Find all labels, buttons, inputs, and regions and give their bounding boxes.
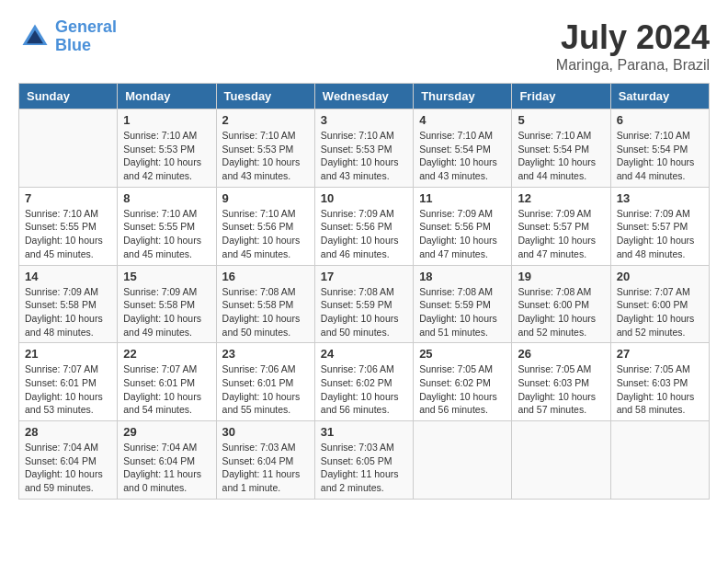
day-cell xyxy=(610,421,709,500)
day-info: Sunrise: 7:10 AM Sunset: 5:54 PM Dayligh… xyxy=(419,129,506,183)
day-cell: 3Sunrise: 7:10 AM Sunset: 5:53 PM Daylig… xyxy=(314,109,413,188)
day-info: Sunrise: 7:05 AM Sunset: 6:03 PM Dayligh… xyxy=(617,362,703,417)
day-cell: 8Sunrise: 7:10 AM Sunset: 5:55 PM Daylig… xyxy=(118,187,216,265)
logo: General Blue xyxy=(18,18,117,55)
day-cell: 22Sunrise: 7:07 AM Sunset: 6:01 PM Dayli… xyxy=(118,343,216,421)
day-number: 21 xyxy=(25,347,111,361)
header-row: SundayMondayTuesdayWednesdayThursdayFrid… xyxy=(19,84,710,109)
column-header-wednesday: Wednesday xyxy=(314,84,413,109)
column-header-thursday: Thursday xyxy=(414,84,512,109)
day-cell: 24Sunrise: 7:06 AM Sunset: 6:02 PM Dayli… xyxy=(314,343,413,421)
day-cell: 5Sunrise: 7:10 AM Sunset: 5:54 PM Daylig… xyxy=(512,109,610,188)
day-number: 24 xyxy=(321,347,407,361)
day-cell: 17Sunrise: 7:08 AM Sunset: 5:59 PM Dayli… xyxy=(314,265,413,343)
day-number: 3 xyxy=(321,113,407,127)
day-info: Sunrise: 7:09 AM Sunset: 5:58 PM Dayligh… xyxy=(123,285,210,339)
day-info: Sunrise: 7:05 AM Sunset: 6:03 PM Dayligh… xyxy=(518,362,604,417)
calendar-table: SundayMondayTuesdayWednesdayThursdayFrid… xyxy=(18,83,710,500)
day-cell: 31Sunrise: 7:03 AM Sunset: 6:05 PM Dayli… xyxy=(314,421,413,500)
column-header-sunday: Sunday xyxy=(19,84,118,109)
column-header-tuesday: Tuesday xyxy=(216,84,314,109)
day-cell: 29Sunrise: 7:04 AM Sunset: 6:04 PM Dayli… xyxy=(118,421,216,500)
day-cell: 7Sunrise: 7:10 AM Sunset: 5:55 PM Daylig… xyxy=(19,187,118,265)
week-row-3: 14Sunrise: 7:09 AM Sunset: 5:58 PM Dayli… xyxy=(19,265,710,343)
day-info: Sunrise: 7:08 AM Sunset: 6:00 PM Dayligh… xyxy=(518,285,604,339)
day-info: Sunrise: 7:07 AM Sunset: 6:01 PM Dayligh… xyxy=(25,362,111,417)
day-number: 22 xyxy=(123,347,210,361)
day-number: 28 xyxy=(25,425,111,439)
day-cell: 26Sunrise: 7:05 AM Sunset: 6:03 PM Dayli… xyxy=(512,343,610,421)
day-number: 25 xyxy=(419,347,506,361)
day-info: Sunrise: 7:07 AM Sunset: 6:01 PM Dayligh… xyxy=(123,362,210,417)
day-cell: 30Sunrise: 7:03 AM Sunset: 6:04 PM Dayli… xyxy=(216,421,314,500)
week-row-1: 1Sunrise: 7:10 AM Sunset: 5:53 PM Daylig… xyxy=(19,109,710,188)
day-cell: 2Sunrise: 7:10 AM Sunset: 5:53 PM Daylig… xyxy=(216,109,314,188)
day-cell: 28Sunrise: 7:04 AM Sunset: 6:04 PM Dayli… xyxy=(19,421,118,500)
day-info: Sunrise: 7:07 AM Sunset: 6:00 PM Dayligh… xyxy=(617,285,703,339)
logo-general: General xyxy=(55,17,117,36)
day-number: 29 xyxy=(123,425,210,439)
day-number: 19 xyxy=(518,270,604,283)
title-block: July 2024 Maringa, Parana, Brazil xyxy=(556,18,710,74)
day-cell: 9Sunrise: 7:10 AM Sunset: 5:56 PM Daylig… xyxy=(216,187,314,265)
day-cell: 19Sunrise: 7:08 AM Sunset: 6:00 PM Dayli… xyxy=(512,265,610,343)
day-cell: 11Sunrise: 7:09 AM Sunset: 5:56 PM Dayli… xyxy=(414,187,512,265)
day-number: 20 xyxy=(617,270,703,283)
day-number: 9 xyxy=(222,191,309,205)
day-number: 8 xyxy=(123,191,210,205)
day-number: 1 xyxy=(123,113,210,127)
day-number: 27 xyxy=(617,347,703,361)
day-number: 5 xyxy=(518,113,604,127)
day-info: Sunrise: 7:09 AM Sunset: 5:56 PM Dayligh… xyxy=(419,207,506,261)
day-info: Sunrise: 7:09 AM Sunset: 5:57 PM Dayligh… xyxy=(518,207,604,261)
day-number: 17 xyxy=(321,270,407,283)
week-row-4: 21Sunrise: 7:07 AM Sunset: 6:01 PM Dayli… xyxy=(19,343,710,421)
day-cell: 23Sunrise: 7:06 AM Sunset: 6:01 PM Dayli… xyxy=(216,343,314,421)
day-number: 13 xyxy=(617,191,703,205)
day-cell: 12Sunrise: 7:09 AM Sunset: 5:57 PM Dayli… xyxy=(512,187,610,265)
day-info: Sunrise: 7:09 AM Sunset: 5:58 PM Dayligh… xyxy=(25,285,111,339)
day-info: Sunrise: 7:08 AM Sunset: 5:58 PM Dayligh… xyxy=(222,285,309,339)
day-info: Sunrise: 7:03 AM Sunset: 6:05 PM Dayligh… xyxy=(321,441,407,495)
day-info: Sunrise: 7:10 AM Sunset: 5:55 PM Dayligh… xyxy=(25,207,111,261)
day-info: Sunrise: 7:04 AM Sunset: 6:04 PM Dayligh… xyxy=(123,441,210,495)
day-cell: 14Sunrise: 7:09 AM Sunset: 5:58 PM Dayli… xyxy=(19,265,118,343)
day-cell: 21Sunrise: 7:07 AM Sunset: 6:01 PM Dayli… xyxy=(19,343,118,421)
day-info: Sunrise: 7:05 AM Sunset: 6:02 PM Dayligh… xyxy=(419,362,506,417)
day-cell: 15Sunrise: 7:09 AM Sunset: 5:58 PM Dayli… xyxy=(118,265,216,343)
day-cell: 4Sunrise: 7:10 AM Sunset: 5:54 PM Daylig… xyxy=(414,109,512,188)
day-info: Sunrise: 7:10 AM Sunset: 5:56 PM Dayligh… xyxy=(222,207,309,261)
day-info: Sunrise: 7:09 AM Sunset: 5:56 PM Dayligh… xyxy=(321,207,407,261)
day-info: Sunrise: 7:03 AM Sunset: 6:04 PM Dayligh… xyxy=(222,441,309,495)
day-cell: 25Sunrise: 7:05 AM Sunset: 6:02 PM Dayli… xyxy=(414,343,512,421)
day-cell: 6Sunrise: 7:10 AM Sunset: 5:54 PM Daylig… xyxy=(610,109,709,188)
day-cell: 27Sunrise: 7:05 AM Sunset: 6:03 PM Dayli… xyxy=(610,343,709,421)
day-number: 18 xyxy=(419,270,506,283)
day-cell: 20Sunrise: 7:07 AM Sunset: 6:00 PM Dayli… xyxy=(610,265,709,343)
location: Maringa, Parana, Brazil xyxy=(556,57,710,74)
day-cell: 13Sunrise: 7:09 AM Sunset: 5:57 PM Dayli… xyxy=(610,187,709,265)
day-cell xyxy=(19,109,118,188)
day-number: 6 xyxy=(617,113,703,127)
day-cell: 10Sunrise: 7:09 AM Sunset: 5:56 PM Dayli… xyxy=(314,187,413,265)
day-info: Sunrise: 7:10 AM Sunset: 5:53 PM Dayligh… xyxy=(321,129,407,183)
day-number: 31 xyxy=(321,425,407,439)
day-info: Sunrise: 7:08 AM Sunset: 5:59 PM Dayligh… xyxy=(321,285,407,339)
day-info: Sunrise: 7:06 AM Sunset: 6:02 PM Dayligh… xyxy=(321,362,407,417)
day-info: Sunrise: 7:10 AM Sunset: 5:53 PM Dayligh… xyxy=(123,129,210,183)
week-row-2: 7Sunrise: 7:10 AM Sunset: 5:55 PM Daylig… xyxy=(19,187,710,265)
day-number: 30 xyxy=(222,425,309,439)
day-cell: 18Sunrise: 7:08 AM Sunset: 5:59 PM Dayli… xyxy=(414,265,512,343)
week-row-5: 28Sunrise: 7:04 AM Sunset: 6:04 PM Dayli… xyxy=(19,421,710,500)
day-number: 2 xyxy=(222,113,309,127)
column-header-monday: Monday xyxy=(118,84,216,109)
day-number: 26 xyxy=(518,347,604,361)
column-header-saturday: Saturday xyxy=(610,84,709,109)
day-info: Sunrise: 7:10 AM Sunset: 5:54 PM Dayligh… xyxy=(518,129,604,183)
logo-text: General Blue xyxy=(55,18,117,55)
day-number: 23 xyxy=(222,347,309,361)
day-number: 7 xyxy=(25,191,111,205)
day-info: Sunrise: 7:10 AM Sunset: 5:53 PM Dayligh… xyxy=(222,129,309,183)
day-number: 4 xyxy=(419,113,506,127)
logo-blue: Blue xyxy=(55,36,91,54)
